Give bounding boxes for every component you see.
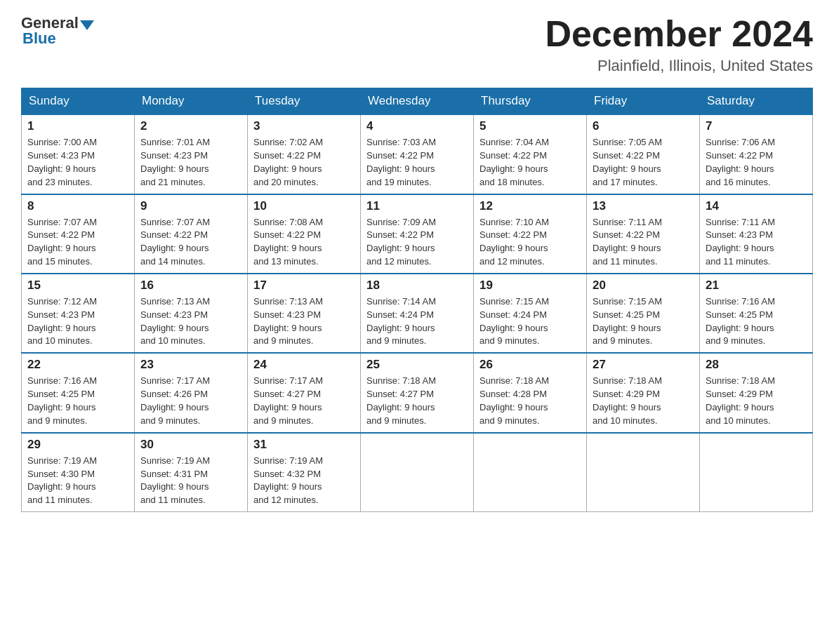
day-info: Sunrise: 7:18 AM Sunset: 4:28 PM Dayligh…: [479, 375, 581, 427]
calendar-table: Sunday Monday Tuesday Wednesday Thursday…: [21, 88, 813, 512]
logo-blue: Blue: [21, 29, 56, 48]
day-number: 1: [27, 119, 128, 133]
day-number: 22: [27, 358, 128, 372]
table-row: 20 Sunrise: 7:15 AM Sunset: 4:25 PM Dayl…: [587, 274, 700, 353]
title-section: December 2024 Plainfield, Illinois, Unit…: [545, 14, 813, 75]
day-info: Sunrise: 7:03 AM Sunset: 4:22 PM Dayligh…: [366, 136, 468, 189]
table-row: 1 Sunrise: 7:00 AM Sunset: 4:23 PM Dayli…: [22, 114, 135, 194]
day-number: 6: [593, 119, 694, 133]
day-info: Sunrise: 7:15 AM Sunset: 4:25 PM Dayligh…: [593, 295, 694, 348]
calendar-week-row: 22 Sunrise: 7:16 AM Sunset: 4:25 PM Dayl…: [22, 353, 813, 432]
day-info: Sunrise: 7:06 AM Sunset: 4:22 PM Dayligh…: [706, 136, 807, 189]
calendar-week-row: 1 Sunrise: 7:00 AM Sunset: 4:23 PM Dayli…: [22, 114, 813, 194]
day-number: 2: [140, 119, 241, 133]
calendar-header-row: Sunday Monday Tuesday Wednesday Thursday…: [22, 88, 813, 115]
day-number: 10: [253, 199, 355, 213]
day-number: 11: [366, 199, 468, 213]
day-number: 4: [366, 119, 468, 133]
day-info: Sunrise: 7:10 AM Sunset: 4:22 PM Dayligh…: [479, 216, 581, 269]
col-tuesday: Tuesday: [248, 88, 361, 115]
day-info: Sunrise: 7:01 AM Sunset: 4:23 PM Dayligh…: [140, 136, 241, 189]
day-info: Sunrise: 7:13 AM Sunset: 4:23 PM Dayligh…: [253, 295, 355, 348]
day-number: 12: [479, 199, 581, 213]
day-number: 29: [27, 438, 128, 452]
table-row: 16 Sunrise: 7:13 AM Sunset: 4:23 PM Dayl…: [135, 274, 248, 353]
day-number: 8: [27, 199, 128, 213]
table-row: 29 Sunrise: 7:19 AM Sunset: 4:30 PM Dayl…: [22, 433, 135, 512]
table-row: 9 Sunrise: 7:07 AM Sunset: 4:22 PM Dayli…: [135, 194, 248, 274]
day-number: 19: [479, 279, 581, 293]
table-row: 19 Sunrise: 7:15 AM Sunset: 4:24 PM Dayl…: [474, 274, 587, 353]
logo-arrow-icon: [80, 20, 94, 30]
location-title: Plainfield, Illinois, United States: [545, 57, 813, 75]
month-title: December 2024: [545, 14, 813, 54]
day-info: Sunrise: 7:07 AM Sunset: 4:22 PM Dayligh…: [27, 216, 128, 269]
day-info: Sunrise: 7:19 AM Sunset: 4:32 PM Dayligh…: [253, 455, 355, 507]
table-row: 4 Sunrise: 7:03 AM Sunset: 4:22 PM Dayli…: [361, 114, 474, 194]
table-row: [474, 433, 587, 512]
table-row: 30 Sunrise: 7:19 AM Sunset: 4:31 PM Dayl…: [135, 433, 248, 512]
table-row: 28 Sunrise: 7:18 AM Sunset: 4:29 PM Dayl…: [700, 353, 813, 432]
day-info: Sunrise: 7:18 AM Sunset: 4:29 PM Dayligh…: [593, 375, 694, 427]
day-info: Sunrise: 7:12 AM Sunset: 4:23 PM Dayligh…: [27, 295, 128, 348]
day-info: Sunrise: 7:14 AM Sunset: 4:24 PM Dayligh…: [366, 295, 468, 348]
table-row: [700, 433, 813, 512]
day-info: Sunrise: 7:08 AM Sunset: 4:22 PM Dayligh…: [253, 216, 355, 269]
day-info: Sunrise: 7:17 AM Sunset: 4:26 PM Dayligh…: [140, 375, 241, 427]
day-number: 30: [140, 438, 241, 452]
day-info: Sunrise: 7:17 AM Sunset: 4:27 PM Dayligh…: [253, 375, 355, 427]
day-number: 16: [140, 279, 241, 293]
day-number: 13: [593, 199, 694, 213]
day-number: 25: [366, 358, 468, 372]
logo: General Blue: [21, 14, 95, 48]
table-row: 2 Sunrise: 7:01 AM Sunset: 4:23 PM Dayli…: [135, 114, 248, 194]
table-row: 15 Sunrise: 7:12 AM Sunset: 4:23 PM Dayl…: [22, 274, 135, 353]
table-row: 27 Sunrise: 7:18 AM Sunset: 4:29 PM Dayl…: [587, 353, 700, 432]
day-info: Sunrise: 7:19 AM Sunset: 4:31 PM Dayligh…: [140, 455, 241, 507]
day-info: Sunrise: 7:13 AM Sunset: 4:23 PM Dayligh…: [140, 295, 241, 348]
table-row: 6 Sunrise: 7:05 AM Sunset: 4:22 PM Dayli…: [587, 114, 700, 194]
col-sunday: Sunday: [22, 88, 135, 115]
day-number: 3: [253, 119, 355, 133]
col-saturday: Saturday: [700, 88, 813, 115]
day-info: Sunrise: 7:11 AM Sunset: 4:22 PM Dayligh…: [593, 216, 694, 269]
calendar-week-row: 29 Sunrise: 7:19 AM Sunset: 4:30 PM Dayl…: [22, 433, 813, 512]
day-info: Sunrise: 7:18 AM Sunset: 4:27 PM Dayligh…: [366, 375, 468, 427]
day-number: 9: [140, 199, 241, 213]
table-row: 10 Sunrise: 7:08 AM Sunset: 4:22 PM Dayl…: [248, 194, 361, 274]
col-wednesday: Wednesday: [361, 88, 474, 115]
day-info: Sunrise: 7:07 AM Sunset: 4:22 PM Dayligh…: [140, 216, 241, 269]
table-row: 22 Sunrise: 7:16 AM Sunset: 4:25 PM Dayl…: [22, 353, 135, 432]
table-row: 11 Sunrise: 7:09 AM Sunset: 4:22 PM Dayl…: [361, 194, 474, 274]
day-number: 23: [140, 358, 241, 372]
day-info: Sunrise: 7:18 AM Sunset: 4:29 PM Dayligh…: [706, 375, 807, 427]
table-row: 17 Sunrise: 7:13 AM Sunset: 4:23 PM Dayl…: [248, 274, 361, 353]
day-info: Sunrise: 7:04 AM Sunset: 4:22 PM Dayligh…: [479, 136, 581, 189]
col-monday: Monday: [135, 88, 248, 115]
day-number: 5: [479, 119, 581, 133]
table-row: 14 Sunrise: 7:11 AM Sunset: 4:23 PM Dayl…: [700, 194, 813, 274]
day-info: Sunrise: 7:15 AM Sunset: 4:24 PM Dayligh…: [479, 295, 581, 348]
day-number: 27: [593, 358, 694, 372]
table-row: 12 Sunrise: 7:10 AM Sunset: 4:22 PM Dayl…: [474, 194, 587, 274]
table-row: 18 Sunrise: 7:14 AM Sunset: 4:24 PM Dayl…: [361, 274, 474, 353]
table-row: 3 Sunrise: 7:02 AM Sunset: 4:22 PM Dayli…: [248, 114, 361, 194]
day-number: 14: [706, 199, 807, 213]
day-number: 20: [593, 279, 694, 293]
table-row: 21 Sunrise: 7:16 AM Sunset: 4:25 PM Dayl…: [700, 274, 813, 353]
day-number: 26: [479, 358, 581, 372]
day-info: Sunrise: 7:16 AM Sunset: 4:25 PM Dayligh…: [27, 375, 128, 427]
col-thursday: Thursday: [474, 88, 587, 115]
table-row: 31 Sunrise: 7:19 AM Sunset: 4:32 PM Dayl…: [248, 433, 361, 512]
day-info: Sunrise: 7:02 AM Sunset: 4:22 PM Dayligh…: [253, 136, 355, 189]
table-row: 26 Sunrise: 7:18 AM Sunset: 4:28 PM Dayl…: [474, 353, 587, 432]
day-info: Sunrise: 7:09 AM Sunset: 4:22 PM Dayligh…: [366, 216, 468, 269]
table-row: [587, 433, 700, 512]
table-row: 8 Sunrise: 7:07 AM Sunset: 4:22 PM Dayli…: [22, 194, 135, 274]
col-friday: Friday: [587, 88, 700, 115]
day-info: Sunrise: 7:05 AM Sunset: 4:22 PM Dayligh…: [593, 136, 694, 189]
day-info: Sunrise: 7:00 AM Sunset: 4:23 PM Dayligh…: [27, 136, 128, 189]
table-row: 7 Sunrise: 7:06 AM Sunset: 4:22 PM Dayli…: [700, 114, 813, 194]
day-info: Sunrise: 7:16 AM Sunset: 4:25 PM Dayligh…: [706, 295, 807, 348]
table-row: [361, 433, 474, 512]
